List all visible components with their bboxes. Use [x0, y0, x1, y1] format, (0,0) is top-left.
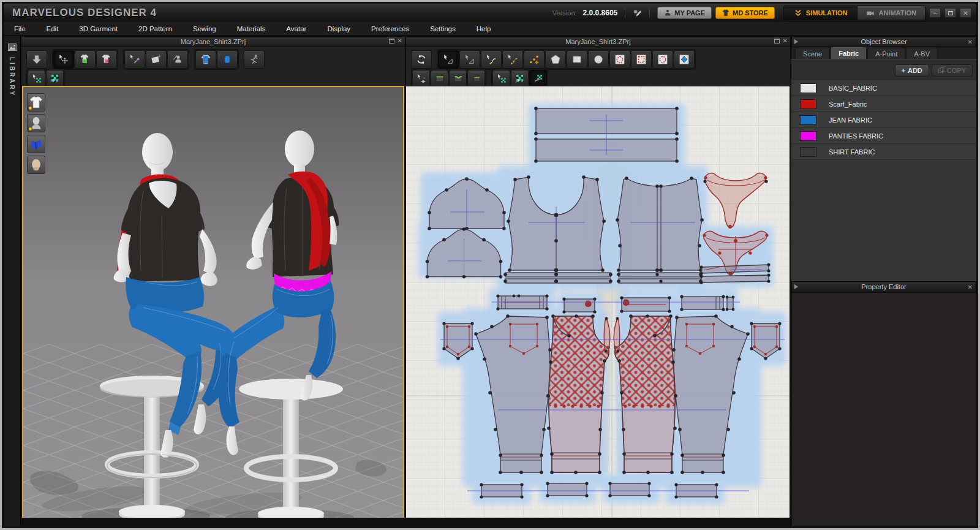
menu-settings[interactable]: Settings	[420, 22, 466, 36]
viewport-2d-title-bar[interactable]: MaryJane_Shirt3.ZPrj ✕	[405, 36, 791, 47]
collapse-arrow-icon[interactable]	[794, 39, 798, 44]
polygon-tool[interactable]	[545, 50, 566, 69]
float-window-icon[interactable]	[389, 39, 394, 44]
select-mesh-box-tool[interactable]	[75, 50, 96, 69]
head-thumbnail[interactable]	[27, 156, 45, 174]
object-browser-header[interactable]: Object Browser ✕	[791, 36, 976, 47]
select-move-tool[interactable]	[53, 50, 74, 69]
camera-icon	[866, 9, 875, 17]
select-texture-tool[interactable]	[28, 70, 45, 86]
my-page-button[interactable]: MY PAGE	[657, 7, 712, 19]
pose-tool[interactable]	[244, 50, 265, 69]
menu-help[interactable]: Help	[466, 22, 502, 36]
pin-tool[interactable]	[124, 50, 145, 69]
menu-avatar[interactable]: Avatar	[276, 22, 317, 36]
mode-switch: SIMULATION ANIMATION	[783, 6, 925, 20]
texture-edit-active-tool[interactable]	[529, 70, 547, 86]
dart-tool[interactable]	[674, 50, 695, 69]
property-editor-body	[791, 292, 976, 526]
circle-tool[interactable]	[588, 50, 609, 69]
segment-sewing-tool[interactable]	[431, 70, 448, 86]
close-icon[interactable]: ✕	[968, 39, 973, 45]
menu-3d-garment[interactable]: 3D Garment	[69, 22, 128, 36]
fabric-list: BASIC_FABRIC Scarf_Fabric JEAN FABRIC PA…	[791, 80, 976, 160]
avatar-thumbnail[interactable]	[27, 114, 45, 132]
viewport-2d[interactable]: .piece { fill:#8f7f8d; fill-opacity:0.5;…	[405, 86, 790, 521]
minimize-button[interactable]: –	[929, 8, 941, 18]
simulation-button[interactable]: SIMULATION	[784, 6, 858, 20]
menu-preferences[interactable]: Preferences	[361, 22, 420, 36]
menu-display[interactable]: Display	[317, 22, 361, 36]
library-item-thumbnail[interactable]	[27, 135, 45, 153]
viewport-3d[interactable]	[22, 86, 404, 521]
edit-version-icon[interactable]	[633, 9, 642, 18]
avatar-arrangement-tool[interactable]	[167, 50, 188, 69]
transform-pattern-tool[interactable]	[438, 50, 459, 69]
menu-file[interactable]: File	[4, 22, 36, 36]
internal-circle-tool[interactable]	[652, 50, 673, 69]
right-dock: Object Browser ✕ Scene Fabric A-Point A-…	[791, 36, 976, 526]
close-icon[interactable]: ✕	[968, 284, 973, 290]
arrangement-bound-icon[interactable]	[217, 50, 238, 69]
fabric-swatch	[800, 131, 816, 141]
viewport-3d-title-bar[interactable]: MaryJane_Shirt3.ZPrj ✕	[21, 36, 405, 47]
add-point-tool[interactable]	[524, 50, 545, 69]
rectangle-tool[interactable]	[567, 50, 587, 69]
edit-sewing-tool[interactable]	[412, 70, 430, 86]
library-panel-tab[interactable]: LIBRARY	[4, 36, 21, 526]
simulate-drop-icon[interactable]	[26, 50, 47, 69]
copy-fabric-button[interactable]: COPY	[932, 64, 973, 77]
edit-texture-pattern-tool[interactable]: P	[46, 70, 64, 86]
select-texture-tool[interactable]	[492, 70, 510, 86]
fabric-row-scarf[interactable]: Scarf_Fabric	[791, 96, 976, 112]
sync-icon[interactable]	[411, 50, 432, 69]
tab-scene[interactable]: Scene	[795, 48, 830, 59]
edit-texture-pattern-tool[interactable]: P	[511, 70, 529, 86]
close-icon[interactable]: ✕	[398, 38, 402, 44]
menu-bar: File Edit 3D Garment 2D Pattern Sewing M…	[4, 22, 976, 36]
svg-text:P: P	[53, 78, 56, 83]
fabric-row-basic[interactable]: BASIC_FABRIC	[791, 80, 976, 96]
restore-button[interactable]	[944, 8, 956, 18]
library-label: LIBRARY	[9, 57, 15, 97]
property-editor-header[interactable]: Property Editor ✕	[791, 281, 976, 292]
fabric-row-jean[interactable]: JEAN FABRIC	[791, 112, 976, 128]
chevrons-down-icon	[794, 9, 802, 17]
edit-curve-point-tool[interactable]	[502, 50, 523, 69]
scene-thumbnails	[27, 93, 45, 174]
detach-sewing-tool[interactable]	[467, 70, 485, 86]
3d-scene[interactable]	[23, 87, 403, 520]
2d-pattern-canvas[interactable]: .piece { fill:#8f7f8d; fill-opacity:0.5;…	[406, 86, 790, 520]
collapse-arrow-icon[interactable]	[794, 284, 798, 289]
fabric-name: SHIRT FABRIC	[829, 148, 875, 156]
tab-a-point[interactable]: A-Point	[867, 48, 905, 59]
animation-button[interactable]: ANIMATION	[857, 6, 925, 20]
edit-pattern-tool[interactable]	[459, 50, 480, 69]
edit-curvature-tool[interactable]	[481, 50, 502, 69]
add-fabric-button[interactable]: + ADD	[895, 64, 929, 77]
md-store-button[interactable]: MD STORE	[715, 7, 775, 19]
float-window-icon[interactable]	[774, 39, 780, 44]
tab-a-bv[interactable]: A-BV	[906, 48, 938, 59]
arrangement-front-icon[interactable]	[195, 50, 216, 69]
close-icon[interactable]: ✕	[783, 38, 788, 44]
free-sewing-tool[interactable]	[449, 70, 467, 86]
close-button[interactable]: ✕	[960, 8, 971, 18]
garment-thumbnail[interactable]	[27, 93, 45, 112]
fold-arrangement-tool[interactable]	[146, 50, 167, 69]
texture-tool-group: P	[26, 69, 65, 88]
fabric-row-panties[interactable]: PANTIES FABRIC	[791, 128, 976, 144]
select-mesh-lasso-tool[interactable]	[96, 50, 117, 69]
internal-polygon-tool[interactable]	[609, 50, 630, 69]
viewport-2d-title: MaryJane_Shirt3.ZPrj	[565, 38, 630, 45]
md-store-label: MD STORE	[733, 9, 768, 17]
menu-2d-pattern[interactable]: 2D Pattern	[128, 22, 183, 36]
menu-materials[interactable]: Materials	[227, 22, 276, 36]
internal-rectangle-tool[interactable]	[631, 50, 652, 69]
plus-icon: +	[902, 67, 905, 74]
menu-sewing[interactable]: Sewing	[183, 22, 227, 36]
pattern-bodice-back[interactable]	[616, 176, 704, 283]
menu-edit[interactable]: Edit	[36, 22, 69, 36]
fabric-row-shirt[interactable]: SHIRT FABRIC	[791, 144, 976, 160]
tab-fabric[interactable]: Fabric	[831, 47, 867, 59]
